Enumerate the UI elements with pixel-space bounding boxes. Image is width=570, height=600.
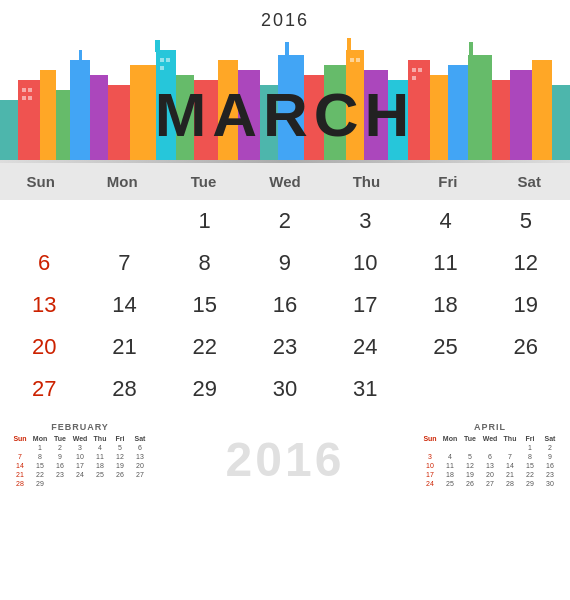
svg-rect-11 [155,40,160,52]
cal-cell[interactable]: 13 [4,284,84,326]
cal-cell[interactable]: 4 [405,200,485,242]
cal-cell[interactable]: 26 [486,326,566,368]
mini-cal-cell: 21 [10,470,30,479]
mini-header-cell: Sun [420,434,440,443]
mini-cal-cell: 8 [30,452,50,461]
mini-cal-cell: 18 [440,470,460,479]
mini-cal-cell: 22 [30,470,50,479]
cal-cell[interactable]: 17 [325,284,405,326]
mini-cal-cell: 23 [50,470,70,479]
svg-rect-26 [448,65,468,160]
mini-cal-cell [10,443,30,452]
svg-rect-36 [28,96,32,100]
cal-cell[interactable]: 20 [4,326,84,368]
mini-cal-cell: 7 [10,452,30,461]
mini-cal-cell: 27 [480,479,500,488]
cal-cell[interactable] [486,368,566,410]
cal-cell[interactable] [405,368,485,410]
cal-cell[interactable] [4,200,84,242]
mini-cal-cell [480,443,500,452]
cal-cell[interactable]: 23 [245,326,325,368]
mini-header-cell: Sun [10,434,30,443]
cal-cell[interactable]: 18 [405,284,485,326]
mini-cal-cell: 3 [420,452,440,461]
mini-cal-cell: 1 [520,443,540,452]
mini-cal-cell [460,443,480,452]
mini-cal-cell: 13 [130,452,150,461]
day-header-mon: Mon [81,169,162,194]
mini-cal-cell: 16 [50,461,70,470]
cal-cell[interactable]: 15 [165,284,245,326]
cal-cell[interactable] [84,200,164,242]
svg-rect-27 [468,55,492,160]
cal-cell[interactable]: 9 [245,242,325,284]
cal-cell[interactable]: 29 [165,368,245,410]
svg-rect-32 [552,85,570,160]
cal-cell[interactable]: 3 [325,200,405,242]
mini-cal-cell: 2 [50,443,70,452]
cal-cell[interactable]: 2 [245,200,325,242]
svg-rect-43 [418,68,422,72]
mini-cal-cell: 29 [520,479,540,488]
mini-cal-cell: 28 [10,479,30,488]
svg-rect-5 [90,75,108,160]
mini-calendar-april: APRIL SunMonTueWedThuFriSat1234567891011… [420,422,560,488]
mini-cal-cell: 12 [110,452,130,461]
cal-cell[interactable]: 30 [245,368,325,410]
svg-rect-29 [492,80,510,160]
svg-rect-3 [56,90,70,160]
cal-cell[interactable]: 21 [84,326,164,368]
cal-cell[interactable]: 24 [325,326,405,368]
year-label: 2016 [261,10,309,31]
mini-april-title: APRIL [420,422,560,432]
mini-cal-cell: 9 [540,452,560,461]
cal-cell[interactable]: 12 [486,242,566,284]
mini-cal-cell: 11 [90,452,110,461]
mini-april-grid: SunMonTueWedThuFriSat1234567891011121314… [420,434,560,488]
calendar-header: 2016 MARCH [0,0,570,160]
mini-cal-cell [500,443,520,452]
cal-cell[interactable]: 10 [325,242,405,284]
cal-cell[interactable]: 14 [84,284,164,326]
svg-rect-7 [108,85,130,160]
mini-header-cell: Fri [520,434,540,443]
mini-cal-cell: 27 [130,470,150,479]
svg-rect-37 [160,58,164,62]
cal-cell[interactable]: 1 [165,200,245,242]
mini-cal-cell: 22 [520,470,540,479]
cal-cell[interactable]: 11 [405,242,485,284]
cal-cell[interactable]: 22 [165,326,245,368]
cal-cell[interactable]: 7 [84,242,164,284]
cal-cell[interactable]: 8 [165,242,245,284]
mini-cal-cell: 7 [500,452,520,461]
mini-header-cell: Wed [70,434,90,443]
mini-header-cell: Sat [130,434,150,443]
month-label: MARCH [155,79,416,150]
mini-header-cell: Mon [440,434,460,443]
mini-cal-cell [420,443,440,452]
mini-cal-cell: 4 [90,443,110,452]
cal-cell[interactable]: 19 [486,284,566,326]
mini-header-cell: Wed [480,434,500,443]
svg-rect-34 [28,88,32,92]
year-watermark: 2016 [150,432,420,487]
svg-rect-39 [160,66,164,70]
svg-rect-30 [510,70,532,160]
svg-rect-25 [430,75,448,160]
cal-cell[interactable]: 27 [4,368,84,410]
mini-cal-cell [50,479,70,488]
cal-cell[interactable]: 6 [4,242,84,284]
day-header-tue: Tue [163,169,244,194]
cal-cell[interactable]: 16 [245,284,325,326]
cal-cell[interactable]: 28 [84,368,164,410]
svg-rect-6 [79,50,82,62]
svg-rect-42 [412,68,416,72]
mini-cal-cell: 15 [520,461,540,470]
cal-cell[interactable]: 5 [486,200,566,242]
cal-cell[interactable]: 25 [405,326,485,368]
svg-rect-22 [347,38,351,52]
mini-cal-cell: 2 [540,443,560,452]
mini-header-cell: Thu [90,434,110,443]
cal-cell[interactable]: 31 [325,368,405,410]
mini-february-title: FEBRUARY [10,422,150,432]
